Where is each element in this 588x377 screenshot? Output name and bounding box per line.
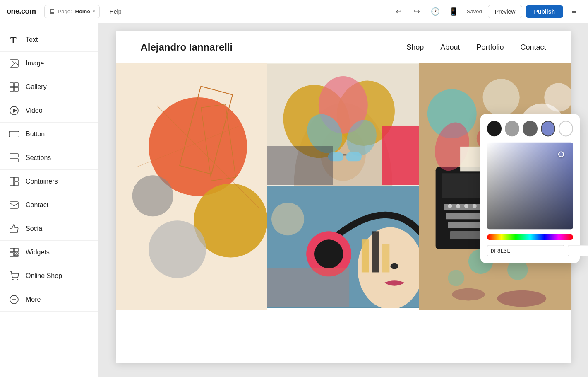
svg-rect-9 — [9, 131, 19, 137]
sidebar-label-button: Button — [26, 130, 45, 138]
site-nav: Shop About Portfolio Contact — [406, 43, 546, 52]
sidebar-item-social[interactable]: Social — [0, 217, 98, 241]
swatch-gray-light[interactable] — [505, 121, 519, 137]
undo-button[interactable]: ↩ — [391, 4, 406, 19]
sidebar-label-online-shop: Online Shop — [26, 272, 62, 280]
more-menu-button[interactable]: ≡ — [566, 4, 581, 19]
sidebar-item-button[interactable]: Button — [0, 123, 98, 146]
svg-rect-21 — [14, 255, 18, 256]
svg-point-67 — [448, 204, 452, 208]
color-r-input[interactable] — [568, 245, 588, 256]
gallery-col-2 — [267, 63, 419, 312]
svg-rect-17 — [10, 253, 14, 256]
topbar: one.com 🖥 Page: Home ▾ Help ↩ ↪ 🕐 📱 Save… — [0, 0, 588, 23]
redo-button[interactable]: ↪ — [410, 4, 425, 19]
preview-button[interactable]: Preview — [488, 5, 523, 18]
sidebar-item-text[interactable]: T Text — [0, 28, 98, 52]
sections-icon — [8, 152, 20, 164]
svg-rect-5 — [10, 87, 14, 91]
svg-point-23 — [17, 279, 18, 280]
sidebar-label-text: Text — [26, 36, 38, 44]
swatch-gray-dark[interactable] — [523, 121, 537, 137]
svg-point-69 — [464, 204, 468, 208]
logo: one.com — [7, 7, 36, 16]
svg-rect-3 — [10, 83, 14, 87]
sidebar-item-more[interactable]: More — [0, 288, 98, 312]
sidebar-item-gallery[interactable]: Gallery — [0, 75, 98, 99]
nav-contact[interactable]: Contact — [520, 43, 546, 52]
svg-point-30 — [149, 220, 206, 278]
color-picker-panel — [480, 114, 580, 263]
gallery-item-2[interactable] — [267, 63, 419, 186]
sidebar-item-containers[interactable]: Containers — [0, 170, 98, 193]
svg-rect-10 — [10, 154, 18, 157]
swatch-purple[interactable] — [541, 121, 555, 137]
svg-rect-58 — [267, 268, 349, 307]
svg-rect-48 — [267, 146, 333, 185]
svg-rect-14 — [14, 182, 18, 186]
svg-rect-46 — [343, 154, 346, 155]
color-values — [487, 245, 573, 256]
gallery-icon — [8, 81, 20, 93]
svg-rect-56 — [382, 244, 390, 272]
sidebar-label-image: Image — [26, 60, 44, 67]
page-selector[interactable]: 🖥 Page: Home ▾ — [44, 5, 100, 18]
color-hex-input[interactable] — [487, 245, 564, 256]
sidebar-label-widgets: Widgets — [26, 249, 50, 256]
svg-rect-6 — [14, 87, 18, 91]
nav-portfolio[interactable]: Portfolio — [476, 43, 504, 52]
page-label: Page: — [58, 8, 72, 15]
svg-marker-8 — [13, 109, 17, 112]
mobile-preview-button[interactable]: 📱 — [446, 4, 461, 19]
svg-rect-12 — [10, 177, 14, 186]
color-spectrum-slider[interactable] — [487, 234, 573, 240]
svg-point-57 — [271, 203, 304, 235]
sidebar-item-widgets[interactable]: Widgets — [0, 241, 98, 264]
svg-rect-20 — [17, 253, 18, 254]
sidebar-item-contact[interactable]: Contact — [0, 193, 98, 217]
text-icon: T — [8, 34, 20, 46]
svg-point-2 — [12, 62, 13, 63]
sidebar-item-sections[interactable]: Sections — [0, 146, 98, 170]
swatch-black[interactable] — [487, 121, 502, 137]
sidebar-item-video[interactable]: Video — [0, 99, 98, 123]
sidebar-label-social: Social — [26, 225, 44, 232]
social-icon — [8, 223, 20, 234]
nav-about[interactable]: About — [440, 43, 460, 52]
sidebar-item-image[interactable]: Image — [0, 52, 98, 75]
svg-rect-15 — [10, 202, 18, 208]
sidebar-item-online-shop[interactable]: Online Shop — [0, 264, 98, 288]
color-swatches — [487, 121, 573, 137]
publish-button[interactable]: Publish — [526, 5, 563, 18]
svg-point-93 — [452, 288, 485, 301]
svg-point-80 — [482, 79, 519, 116]
svg-rect-18 — [14, 248, 18, 252]
site-header: Alejandro Iannarelli Shop About Portfoli… — [116, 31, 571, 63]
gallery-item-1[interactable] — [116, 63, 268, 310]
svg-rect-13 — [14, 177, 18, 181]
gallery-item-3[interactable] — [267, 186, 419, 308]
color-gradient-box[interactable] — [487, 143, 573, 230]
history-button[interactable]: 🕐 — [428, 4, 443, 19]
svg-point-31 — [132, 175, 173, 216]
sidebar-label-contact: Contact — [26, 201, 48, 209]
svg-rect-16 — [10, 248, 14, 252]
online-shop-icon — [8, 270, 20, 282]
svg-rect-11 — [10, 159, 18, 162]
nav-shop[interactable]: Shop — [406, 43, 424, 52]
svg-rect-4 — [14, 83, 18, 87]
sidebar-label-video: Video — [26, 107, 43, 114]
containers-icon — [8, 176, 20, 187]
svg-point-68 — [456, 204, 460, 208]
help-button[interactable]: Help — [105, 6, 127, 17]
swatch-white[interactable] — [559, 121, 573, 137]
svg-point-88 — [448, 270, 464, 286]
saved-status: Saved — [464, 8, 485, 15]
svg-point-59 — [390, 263, 398, 269]
contact-icon — [8, 199, 20, 211]
site-logo: Alejandro Iannarelli — [141, 41, 233, 53]
sidebar: T Text Image — [0, 23, 98, 377]
more-icon — [8, 294, 20, 305]
sidebar-label-containers: Containers — [26, 178, 58, 185]
svg-rect-54 — [362, 239, 369, 272]
